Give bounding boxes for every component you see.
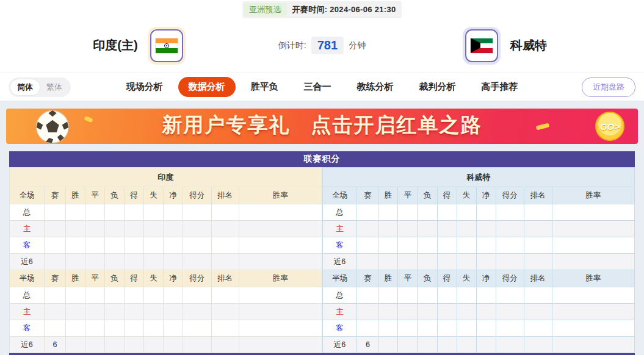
column-header-cell: 排名	[211, 187, 239, 204]
row-label: 主	[10, 304, 45, 320]
column-header-cell: 赛	[44, 270, 65, 287]
recent-trend-button[interactable]: 近期盘路	[582, 77, 635, 97]
stat-cell	[183, 304, 212, 320]
stat-cell	[104, 287, 124, 304]
row-label: 主	[322, 221, 357, 237]
stat-cell	[398, 304, 418, 320]
nav-tab-1[interactable]: 数据分析	[178, 77, 236, 97]
column-header-cell: 得	[125, 187, 144, 204]
stat-cell	[211, 237, 239, 254]
stat-cell	[85, 337, 104, 353]
table-row: 近6	[10, 254, 322, 270]
home-team: 印度(主)	[93, 27, 185, 65]
nav-tab-3[interactable]: 三合一	[294, 77, 342, 97]
nav-tab-4[interactable]: 教练分析	[347, 77, 404, 97]
row-label: 近6	[10, 337, 45, 353]
stat-cell	[524, 320, 552, 337]
stat-cell	[552, 254, 635, 270]
team-name-row: 印度	[10, 168, 322, 187]
stat-cell	[85, 304, 104, 320]
column-header-cell: 胜率	[552, 187, 635, 204]
stat-cell	[418, 204, 437, 221]
nav-tab-0[interactable]: 现场分析	[116, 77, 173, 97]
stat-cell	[457, 337, 476, 353]
column-header-cell: 赛	[357, 187, 378, 204]
column-header-cell: 平	[85, 270, 104, 287]
stat-cell	[437, 320, 457, 337]
stat-cell	[378, 287, 398, 304]
stat-cell	[164, 254, 183, 270]
stat-cell	[183, 237, 212, 254]
lang-option-1[interactable]: 繁体	[40, 79, 69, 95]
stat-cell	[65, 304, 85, 320]
nav-tab-6[interactable]: 高手推荐	[471, 77, 529, 97]
nav-tab-5[interactable]: 裁判分析	[409, 77, 466, 97]
column-header-cell: 负	[104, 270, 124, 287]
countdown-value: 781	[311, 37, 344, 54]
stat-cell	[476, 320, 496, 337]
stat-cell	[239, 287, 322, 304]
row-label: 近6	[322, 337, 357, 353]
stat-cell	[398, 287, 418, 304]
stat-cell	[164, 320, 183, 337]
stat-cell	[183, 204, 212, 221]
lang-toggle[interactable]: 简体繁体	[9, 77, 71, 97]
stat-cell	[239, 337, 322, 353]
home-flag-inner	[150, 29, 183, 62]
stat-cell	[44, 304, 65, 320]
kickoff-time: 开赛时间: 2024-06-06 21:30	[292, 4, 396, 15]
column-header-row: 全场赛胜平负得失净得分排名胜率	[322, 187, 635, 204]
stat-cell	[552, 304, 635, 320]
stat-cell	[476, 254, 496, 270]
row-label: 主	[10, 221, 45, 237]
row-label: 近6	[322, 254, 357, 270]
stat-cell	[457, 204, 476, 221]
stat-cell	[104, 320, 124, 337]
stat-cell	[211, 204, 239, 221]
nav-tab-2[interactable]: 胜平负	[241, 77, 289, 97]
table-title: 联赛积分	[9, 151, 635, 167]
stat-cell	[457, 304, 476, 320]
lang-option-0[interactable]: 简体	[10, 79, 40, 95]
countdown-label: 倒计时:	[278, 40, 306, 51]
column-header-cell: 胜率	[239, 270, 322, 287]
column-header-cell: 胜率	[239, 187, 322, 204]
column-header-cell: 失	[457, 187, 476, 204]
column-header-cell: 胜率	[552, 270, 635, 287]
stat-cell	[239, 204, 322, 221]
stat-cell	[457, 237, 476, 254]
away-flag-inner	[465, 29, 498, 62]
stat-cell	[496, 337, 524, 353]
stat-cell	[437, 254, 457, 270]
row-label: 总	[10, 287, 45, 304]
scope-header-cell: 全场	[10, 187, 45, 204]
go-button[interactable]: GO>	[595, 112, 624, 141]
stat-cell	[164, 221, 183, 237]
column-header-cell: 排名	[524, 187, 552, 204]
stat-cell	[65, 337, 85, 353]
stat-cell	[437, 237, 457, 254]
home-team-table: 印度全场赛胜平负得失净得分排名胜率总主客近6半场赛胜平负得失净得分排名胜率总主客…	[9, 167, 322, 353]
stat-cell	[125, 304, 144, 320]
table-row: 总	[322, 204, 635, 221]
column-header-cell: 失	[144, 270, 164, 287]
row-label: 客	[10, 237, 45, 254]
table-row: 近66	[322, 337, 635, 353]
stat-cell	[552, 221, 635, 237]
stat-cell	[44, 320, 65, 337]
promo-banner[interactable]: 新用户专享礼点击开启红单之路 GO>	[6, 109, 638, 144]
stat-cell	[476, 204, 496, 221]
stat-cell	[104, 304, 124, 320]
stat-cell	[437, 287, 457, 304]
stat-cell	[524, 304, 552, 320]
stat-cell	[378, 221, 398, 237]
column-header-cell: 净	[476, 270, 496, 287]
away-flag-frame	[463, 27, 501, 65]
away-team-table: 科威特全场赛胜平负得失净得分排名胜率总主客近6半场赛胜平负得失净得分排名胜率总主…	[322, 167, 635, 353]
stat-cell: 6	[357, 337, 378, 353]
column-header-cell: 排名	[524, 270, 552, 287]
column-header-cell: 失	[144, 187, 164, 204]
row-label: 主	[322, 304, 357, 320]
stat-cell	[125, 254, 144, 270]
row-label: 客	[322, 237, 357, 254]
